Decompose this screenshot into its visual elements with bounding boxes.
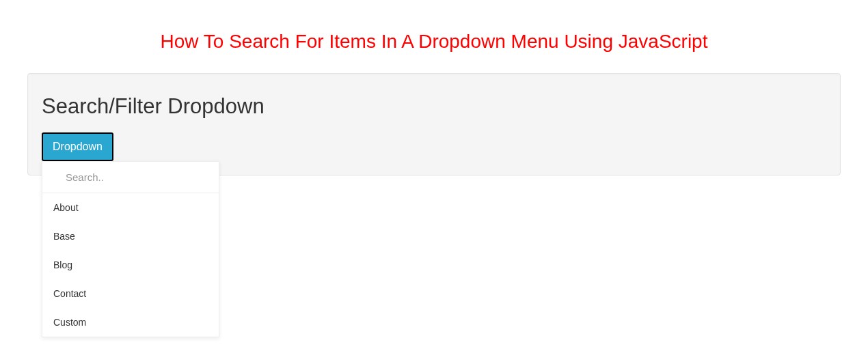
- dropdown-toggle-button[interactable]: Dropdown: [42, 132, 113, 161]
- dropdown-item-contact[interactable]: Contact: [42, 279, 219, 308]
- dropdown-item-about[interactable]: About: [42, 193, 219, 222]
- dropdown-menu: About Base Blog Contact Custom: [42, 161, 219, 337]
- example-panel: Search/Filter Dropdown Dropdown About Ba…: [27, 73, 841, 175]
- dropdown-item-custom[interactable]: Custom: [42, 308, 219, 337]
- dropdown-search-input[interactable]: [42, 162, 219, 193]
- dropdown-container: Dropdown About Base Blog Contact Custom: [42, 132, 113, 161]
- dropdown-item-base[interactable]: Base: [42, 222, 219, 251]
- dropdown-item-blog[interactable]: Blog: [42, 251, 219, 279]
- page-title: How To Search For Items In A Dropdown Me…: [0, 31, 868, 53]
- panel-heading: Search/Filter Dropdown: [42, 94, 826, 119]
